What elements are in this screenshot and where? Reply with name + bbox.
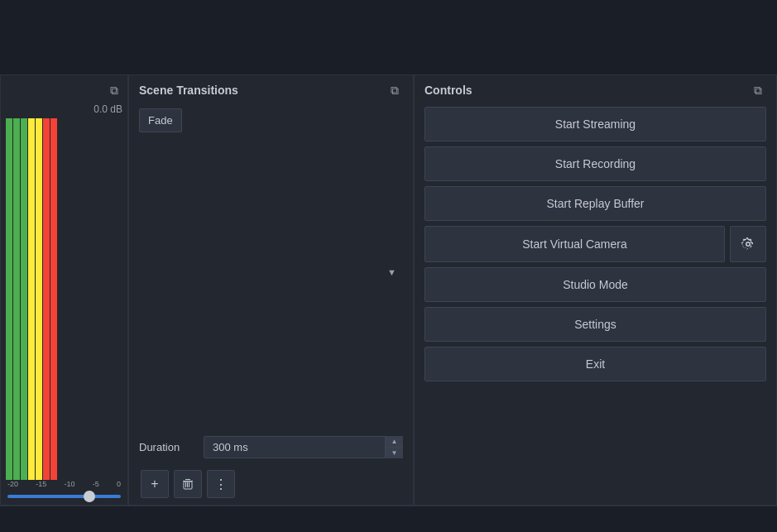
more-options-button[interactable]: ⋮ [207,470,235,498]
panels-row: ⧉ 0.0 dB -20 -15 -10 -5 0 Scene Transiti… [0,74,777,506]
gear-icon [741,237,755,252]
spin-up-button[interactable]: ▲ [386,436,403,448]
start-recording-button[interactable]: Start Recording [424,146,766,181]
scale-label-10: -10 [64,480,74,488]
meter-seg-1 [6,118,12,480]
start-replay-buffer-button[interactable]: Start Replay Buffer [424,186,766,221]
add-transition-button[interactable]: + [141,470,169,498]
duration-row: Duration ▲ ▼ [139,436,403,458]
meter-seg-2 [13,118,20,480]
controls-header: Controls ⧉ [424,82,766,98]
scale-label-0: 0 [117,480,121,488]
start-virtual-camera-button[interactable]: Start Virtual Camera [424,226,725,262]
dropdown-arrow-icon: ▼ [387,267,396,277]
duration-input-wrapper: ▲ ▼ [204,436,403,458]
transitions-dropdown[interactable]: Fade Cut [139,108,182,132]
audio-panel-header: ⧉ [6,82,122,98]
delete-transition-button[interactable] [174,470,202,498]
transitions-dropdown-wrapper: Fade Cut ▼ [139,108,403,436]
controls-buttons: Start Streaming Start Recording Start Re… [424,107,766,498]
db-label: 0.0 dB [6,103,122,115]
top-bar [0,0,777,74]
volume-slider-container[interactable] [6,495,122,498]
meter-seg-4 [28,118,35,480]
audio-panel-icon[interactable]: ⧉ [106,82,122,98]
meter-seg-6 [43,118,50,480]
scale-label-15: -15 [36,480,46,488]
transitions-panel-icon[interactable]: ⧉ [386,82,403,98]
settings-button[interactable]: Settings [424,307,766,342]
audio-meter [6,118,122,480]
transitions-panel: Scene Transitions ⧉ Fade Cut ▼ Duration … [128,74,414,506]
transitions-panel-title: Scene Transitions [139,84,238,97]
trash-icon [181,477,194,491]
scale-label-20: -20 [7,480,18,488]
virtual-camera-row: Start Virtual Camera [424,226,766,262]
exit-button[interactable]: Exit [424,347,766,381]
duration-label: Duration [139,441,197,453]
meter-scale: -20 -15 -10 -5 0 [6,480,122,488]
virtual-camera-settings-button[interactable] [730,226,766,262]
transitions-actions-row: + ⋮ [139,470,403,498]
meter-seg-3 [21,118,27,480]
meter-seg-5 [36,118,42,480]
spin-buttons: ▲ ▼ [385,436,403,458]
controls-panel-icon[interactable]: ⧉ [750,82,766,98]
audio-panel: ⧉ 0.0 dB -20 -15 -10 -5 0 [0,74,128,506]
meter-seg-7 [50,118,57,480]
controls-panel-title: Controls [424,84,472,97]
duration-input[interactable] [204,436,403,458]
spin-down-button[interactable]: ▼ [386,448,403,458]
volume-slider[interactable] [7,495,121,498]
scale-label-5: -5 [93,480,99,488]
studio-mode-button[interactable]: Studio Mode [424,267,766,302]
controls-panel: Controls ⧉ Start Streaming Start Recordi… [414,74,777,506]
start-streaming-button[interactable]: Start Streaming [424,107,766,141]
transitions-header: Scene Transitions ⧉ [139,82,403,98]
bottom-bar [0,506,777,532]
